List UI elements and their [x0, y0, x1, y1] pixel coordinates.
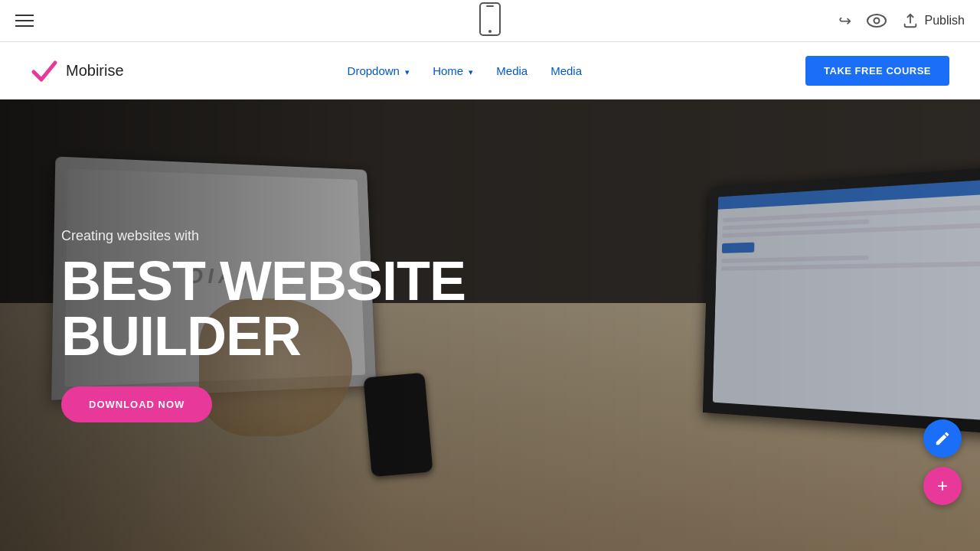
site-nav-links: Dropdown ▾ Home ▾ Media Media — [348, 64, 582, 77]
pencil-icon — [934, 430, 951, 447]
brand-check-icon — [31, 57, 58, 84]
nav-item-media2[interactable]: Media — [550, 64, 582, 77]
site-navbar: Mobirise Dropdown ▾ Home ▾ Media Media T… — [0, 42, 980, 99]
hero-content: Creating websites with BEST WEBSITE BUIL… — [61, 228, 466, 422]
toolbar-right: ↩ Publish — [838, 11, 965, 30]
hero-title: BEST WEBSITE BUILDER — [61, 253, 466, 364]
phone-preview-icon[interactable] — [479, 2, 501, 36]
hamburger-icon[interactable] — [15, 15, 34, 27]
nav-item-dropdown[interactable]: Dropdown ▾ — [348, 64, 410, 77]
dropdown-chevron-icon: ▾ — [405, 67, 410, 77]
brand-logo[interactable]: Mobirise — [31, 57, 124, 84]
take-free-course-button[interactable]: TAKE FREE COURSE — [805, 56, 949, 86]
upload-icon — [902, 12, 919, 29]
home-chevron-icon: ▾ — [469, 67, 473, 77]
toolbar-left — [15, 15, 34, 27]
editor-toolbar: ↩ Publish — [0, 0, 980, 42]
svg-point-1 — [488, 30, 492, 33]
hero-subtitle: Creating websites with — [61, 228, 466, 244]
svg-point-4 — [874, 18, 879, 24]
hero-section: OIA∧ Creating websites with B — [0, 99, 980, 551]
undo-icon[interactable]: ↩ — [838, 11, 851, 30]
toolbar-center — [479, 2, 501, 39]
eye-icon[interactable] — [867, 14, 887, 28]
publish-label: Publish — [925, 14, 965, 28]
publish-button[interactable]: Publish — [902, 12, 965, 29]
brand-name: Mobirise — [66, 62, 124, 80]
fab-container: + — [923, 419, 962, 505]
add-fab-button[interactable]: + — [923, 467, 962, 505]
svg-point-3 — [867, 15, 886, 27]
download-now-button[interactable]: DOWNLOAD NOW — [61, 386, 212, 422]
edit-fab-button[interactable] — [923, 419, 962, 458]
nav-item-media1[interactable]: Media — [496, 64, 528, 77]
nav-item-home[interactable]: Home ▾ — [433, 64, 473, 77]
